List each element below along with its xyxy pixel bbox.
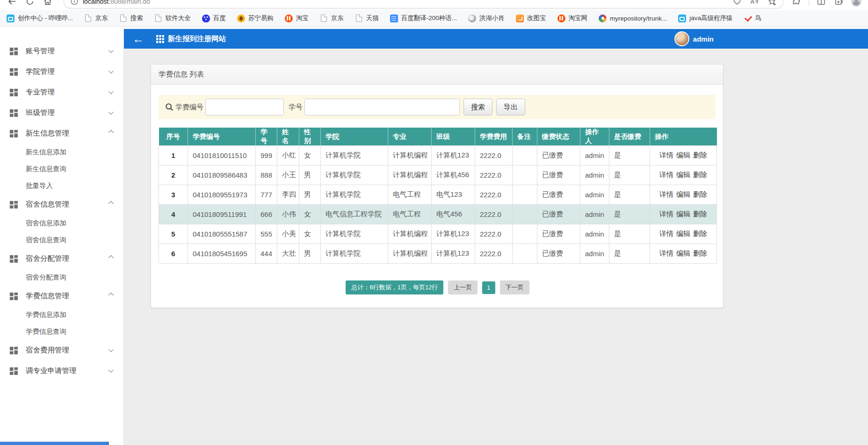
sidebar-subitem[interactable]: 宿舍分配查询 <box>0 269 123 286</box>
bookmark-item[interactable]: java高级程序猿 <box>678 14 732 22</box>
sidebar-subitem[interactable]: 学费信息添加 <box>0 306 123 323</box>
table-cell: 计算机123 <box>432 244 475 264</box>
sidebar: 账号管理学院管理专业管理班级管理新生信息管理新生信息添加新生信息查询批量导入宿舍… <box>0 27 124 445</box>
detail-link[interactable]: 详情 <box>659 230 673 237</box>
delete-link[interactable]: 删除 <box>693 171 707 179</box>
delete-link[interactable]: 删除 <box>693 190 707 198</box>
detail-link[interactable]: 详情 <box>659 151 673 159</box>
table-cell: 电气456 <box>432 205 475 224</box>
table-cell: 计算机编程 <box>388 224 432 244</box>
sidebar-item[interactable]: 宿舍费用管理 <box>0 340 123 360</box>
bookmark-item[interactable]: 百度 <box>202 14 226 22</box>
add-favorite-icon[interactable] <box>767 0 776 6</box>
table-cell: 已缴费 <box>537 146 580 165</box>
sidebar-subitem[interactable]: 批量导入 <box>0 177 123 194</box>
table-cell: 小美 <box>277 224 299 244</box>
page-1-button[interactable]: 1 <box>482 281 495 294</box>
username: admin <box>693 35 714 43</box>
bookmark-label: 京东 <box>331 14 344 22</box>
student-no-input[interactable] <box>304 99 460 115</box>
tuition-no-input[interactable] <box>205 99 284 115</box>
edit-link[interactable]: 编辑 <box>676 190 690 198</box>
bookmark-item[interactable]: 京东 <box>84 14 108 22</box>
prev-page-button[interactable]: 上一页 <box>448 280 477 294</box>
table-cell: 5 <box>159 224 188 244</box>
collections-icon[interactable] <box>833 0 845 7</box>
profile-avatar-icon[interactable] <box>851 0 861 7</box>
detail-link[interactable]: 详情 <box>659 171 673 179</box>
sidebar-item[interactable]: 账号管理 <box>0 41 123 61</box>
sidebar-subitem[interactable]: 宿舍信息添加 <box>0 215 123 231</box>
bookmark-label: 软件大全 <box>166 14 191 22</box>
sidebar-subitem[interactable]: 学费信息查询 <box>0 323 123 340</box>
sidebar-item[interactable]: 宿舍信息管理 <box>0 194 123 215</box>
split-screen-icon[interactable] <box>816 0 827 7</box>
sidebar-item[interactable]: 新生信息管理 <box>0 123 123 144</box>
grid-icon <box>9 200 18 209</box>
bilibili-icon <box>678 14 686 22</box>
sidebar-item[interactable]: 学费信息管理 <box>0 286 123 306</box>
edit-link[interactable]: 编辑 <box>676 151 690 159</box>
delete-link[interactable]: 删除 <box>693 249 707 257</box>
table-row: 404101809511991666小伟女电气信息工程学院电气工程电气45622… <box>159 205 717 224</box>
back-arrow-icon[interactable]: ← <box>132 33 144 45</box>
delete-link[interactable]: 删除 <box>693 210 707 218</box>
sidebar-item[interactable]: 专业管理 <box>0 82 123 102</box>
home-icon[interactable] <box>42 0 53 7</box>
scrollbar-thumb[interactable] <box>0 442 109 445</box>
browser-essentials-icon[interactable] <box>733 0 741 6</box>
bookmark-item[interactable]: 软件大全 <box>154 14 191 22</box>
detail-link[interactable]: 详情 <box>659 249 673 257</box>
table-header-row: 序号学费编号学号姓名性别学院专业班级学费费用备注缴费状态操作人是否缴费操作 <box>159 128 717 146</box>
edit-link[interactable]: 编辑 <box>676 210 690 218</box>
sidebar-subitem[interactable]: 新生信息添加 <box>0 144 123 160</box>
table-cell: admin <box>580 244 609 264</box>
column-header: 是否缴费 <box>609 128 650 146</box>
bookmark-item[interactable]: 天猫 <box>355 14 379 22</box>
edit-link[interactable]: 编辑 <box>676 230 690 237</box>
read-aloud-icon[interactable]: A <box>750 0 759 6</box>
bookmark-item[interactable]: 改图宝 <box>516 14 546 22</box>
delete-link[interactable]: 删除 <box>693 151 707 159</box>
url-bar[interactable]: localhost:8088/main.do A <box>64 0 783 8</box>
bookmark-item[interactable]: myrepository/trunk... <box>599 14 667 22</box>
back-icon[interactable] <box>7 0 18 7</box>
user-menu[interactable]: admin <box>674 29 714 49</box>
bookmark-item[interactable]: 百度翻译-200种语... <box>390 14 457 22</box>
sidebar-item[interactable]: 宿舍分配管理 <box>0 248 123 269</box>
bookmark-item[interactable]: 鸟 <box>744 14 762 22</box>
bookmark-item[interactable]: 创作中心 - 哔哩哔... <box>7 14 73 22</box>
pagination-summary: 总计：6行数据，1页，每页12行 <box>346 280 443 294</box>
sidebar-subitem[interactable]: 宿舍信息查询 <box>0 231 123 248</box>
bookmark-item[interactable]: 淘宝 <box>285 14 309 22</box>
extensions-icon[interactable] <box>791 0 802 7</box>
sidebar-item[interactable]: 班级管理 <box>0 102 123 123</box>
next-page-button[interactable]: 下一页 <box>500 280 529 294</box>
edit-link[interactable]: 编辑 <box>676 249 690 257</box>
site-info-icon[interactable] <box>71 0 78 5</box>
grid-icon <box>9 88 18 97</box>
bookmark-item[interactable]: 搜索 <box>119 14 143 22</box>
table-cell: 是 <box>609 185 650 205</box>
bookmark-item[interactable]: 洪湖小肖 <box>468 14 505 22</box>
bookmark-label: 天猫 <box>366 14 379 22</box>
bookmark-item[interactable]: 淘宝网 <box>557 14 588 22</box>
table-cell: 2222.0 <box>475 224 513 244</box>
delete-link[interactable]: 删除 <box>693 230 707 237</box>
sidebar-item[interactable]: 调专业申请管理 <box>0 360 123 381</box>
baidu-paw-icon <box>202 14 210 22</box>
export-button[interactable]: 导出 <box>496 99 525 115</box>
table-cell: 04101810011510 <box>188 146 256 165</box>
bookmark-item[interactable]: 苏宁易购 <box>237 14 274 22</box>
table-row: 604101805451695444大壮男计算机学院计算机编程计算机123222… <box>159 244 717 264</box>
detail-link[interactable]: 详情 <box>659 190 673 198</box>
edit-link[interactable]: 编辑 <box>676 171 690 179</box>
sidebar-item[interactable]: 学院管理 <box>0 61 123 82</box>
bookmark-label: 百度 <box>213 14 226 22</box>
bookmarks-bar: 创作中心 - 哔哩哔...京东搜索软件大全百度苏宁易购淘宝京东天猫百度翻译-20… <box>0 10 868 27</box>
detail-link[interactable]: 详情 <box>659 210 673 218</box>
sidebar-subitem[interactable]: 新生信息查询 <box>0 160 123 177</box>
search-button[interactable]: 搜索 <box>463 99 492 115</box>
refresh-icon[interactable] <box>24 0 36 7</box>
bookmark-item[interactable]: 京东 <box>320 14 344 22</box>
